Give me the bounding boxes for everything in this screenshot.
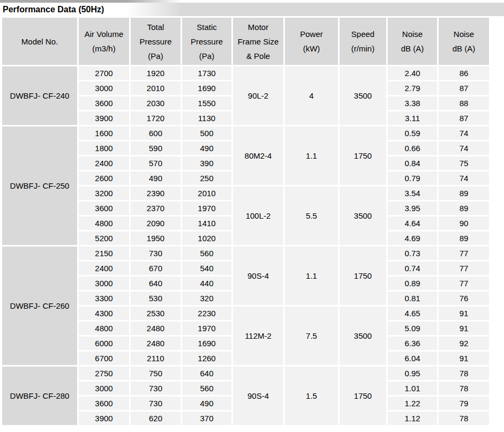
static-pressure-cell: 1260 — [182, 352, 231, 365]
table-row: DWBFJ- CF-24027001920173090L-2435002.408… — [2, 66, 489, 80]
static-pressure-cell: 560 — [182, 382, 231, 395]
column-header-line: Power — [285, 27, 338, 41]
column-header-4: MotorFrame Size& Pole — [233, 18, 283, 65]
noise-db-cell: 74 — [439, 172, 489, 185]
column-header-5: Power(kW) — [285, 18, 338, 65]
total-pressure-cell: 2110 — [131, 352, 180, 365]
column-header-line: Static — [182, 20, 231, 34]
air-volume-cell: 6700 — [79, 352, 129, 365]
static-pressure-cell: 2010 — [182, 187, 231, 200]
static-pressure-cell: 640 — [182, 367, 231, 380]
noise-level-cell: 3.95 — [388, 202, 437, 215]
model-cell: DWBFJ- CF-250 — [2, 126, 77, 245]
power-cell: 1.1 — [285, 126, 338, 185]
column-header-line: Pressure — [182, 34, 231, 49]
static-pressure-cell: 490 — [182, 141, 231, 155]
air-volume-cell: 4300 — [79, 307, 129, 320]
total-pressure-cell: 1920 — [131, 66, 180, 80]
static-pressure-cell: 1730 — [182, 66, 231, 80]
static-pressure-cell: 1020 — [182, 232, 231, 245]
table-row: DWBFJ- CF-280275075064090S-41.517500.957… — [2, 367, 489, 380]
noise-db-cell: 91 — [439, 322, 489, 335]
air-volume-cell: 6000 — [79, 337, 129, 350]
noise-db-cell: 88 — [439, 96, 489, 110]
speed-cell: 1750 — [340, 367, 386, 425]
noise-db-cell: 75 — [439, 157, 489, 170]
noise-level-cell: 0.84 — [388, 157, 437, 170]
column-header-2: TotalPressure(Pa) — [131, 18, 180, 65]
noise-level-cell: 0.89 — [388, 277, 437, 290]
column-header-line: Speed — [340, 27, 386, 41]
motor-frame-cell: 90S-4 — [233, 247, 283, 305]
motor-frame-cell: 100L-2 — [233, 187, 283, 245]
static-pressure-cell: 1970 — [182, 322, 231, 335]
air-volume-cell: 3000 — [79, 382, 129, 395]
air-volume-cell: 3600 — [79, 397, 129, 410]
column-header-line: Pressure — [131, 34, 180, 49]
power-cell: 7.5 — [285, 307, 338, 365]
air-volume-cell: 2400 — [79, 157, 129, 170]
air-volume-cell: 1800 — [79, 141, 129, 155]
noise-db-cell: 74 — [439, 126, 489, 140]
noise-level-cell: 5.09 — [388, 322, 437, 335]
power-cell: 1.1 — [285, 247, 338, 305]
total-pressure-cell: 730 — [131, 247, 180, 260]
power-cell: 1.5 — [285, 367, 338, 425]
noise-db-cell: 89 — [439, 202, 489, 215]
total-pressure-cell: 2090 — [131, 217, 180, 230]
static-pressure-cell: 1410 — [182, 217, 231, 230]
static-pressure-cell: 390 — [182, 157, 231, 170]
total-pressure-cell: 730 — [131, 382, 180, 395]
noise-level-cell: 4.69 — [388, 232, 437, 245]
noise-db-cell: 87 — [439, 81, 489, 95]
air-volume-cell: 2400 — [79, 262, 129, 275]
total-pressure-cell: 1950 — [131, 232, 180, 245]
noise-level-cell: 1.12 — [388, 412, 437, 425]
column-header-6: Speed(r/min) — [340, 18, 386, 65]
noise-level-cell: 0.81 — [388, 292, 437, 305]
noise-db-cell: 78 — [439, 367, 489, 380]
static-pressure-cell: 250 — [182, 172, 231, 185]
table-body: DWBFJ- CF-24027001920173090L-2435002.408… — [2, 66, 489, 425]
noise-level-cell: 3.54 — [388, 187, 437, 200]
column-header-0: Model No. — [2, 18, 77, 65]
static-pressure-cell: 320 — [182, 292, 231, 305]
total-pressure-cell: 490 — [131, 172, 180, 185]
motor-frame-cell: 112M-2 — [233, 307, 283, 365]
air-volume-cell: 3300 — [79, 292, 129, 305]
air-volume-cell: 2700 — [79, 66, 129, 80]
power-cell: 4 — [285, 66, 338, 125]
static-pressure-cell: 370 — [182, 412, 231, 425]
air-volume-cell: 1600 — [79, 126, 129, 140]
total-pressure-cell: 2480 — [131, 337, 180, 350]
total-pressure-cell: 620 — [131, 412, 180, 425]
column-header-line: dB (A) — [388, 41, 437, 56]
model-cell: DWBFJ- CF-280 — [2, 367, 77, 425]
static-pressure-cell: 1970 — [182, 202, 231, 215]
total-pressure-cell: 600 — [131, 126, 180, 140]
static-pressure-cell: 560 — [182, 247, 231, 260]
column-header-line: Total — [131, 20, 180, 34]
noise-db-cell: 90 — [439, 217, 489, 230]
column-header-line: Noise — [388, 27, 437, 41]
column-header-7: NoisedB (A) — [388, 18, 437, 65]
noise-db-cell: 79 — [439, 397, 489, 410]
noise-level-cell: 0.74 — [388, 262, 437, 275]
total-pressure-cell: 640 — [131, 277, 180, 290]
air-volume-cell: 4800 — [79, 322, 129, 335]
noise-db-cell: 87 — [439, 111, 489, 125]
air-volume-cell: 3000 — [79, 81, 129, 95]
total-pressure-cell: 750 — [131, 367, 180, 380]
column-header-line: Motor — [233, 20, 283, 34]
noise-db-cell: 78 — [439, 412, 489, 425]
static-pressure-cell: 440 — [182, 277, 231, 290]
performance-table: Model No.Air Volume(m3/h)TotalPressure(P… — [1, 16, 491, 427]
static-pressure-cell: 540 — [182, 262, 231, 275]
column-header-line: Model No. — [2, 34, 77, 49]
column-header-line: Noise — [439, 27, 489, 41]
static-pressure-cell: 1130 — [182, 111, 231, 125]
column-header-line: (kW) — [285, 41, 338, 56]
header-row: Model No.Air Volume(m3/h)TotalPressure(P… — [2, 18, 489, 65]
motor-frame-cell: 90S-4 — [233, 367, 283, 425]
column-header-3: StaticPressure(Pa) — [182, 18, 231, 65]
